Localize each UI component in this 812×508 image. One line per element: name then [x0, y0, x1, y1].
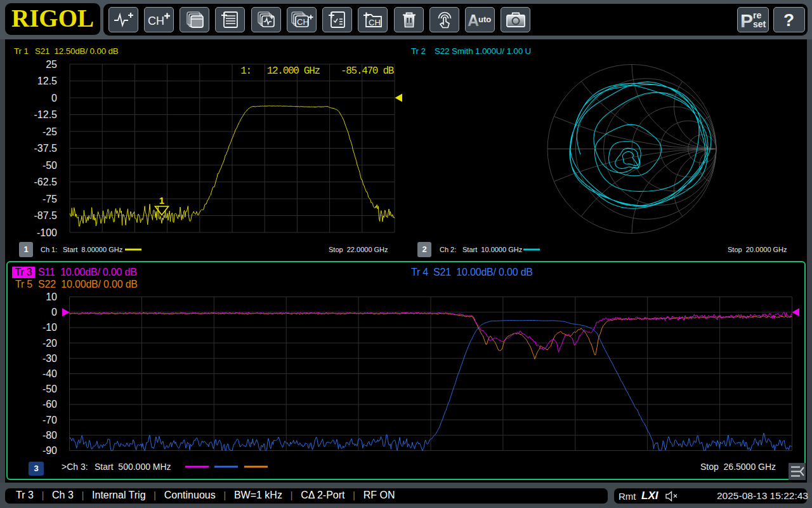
svg-text:A: A: [468, 11, 479, 29]
svg-text:1: 1: [159, 195, 164, 206]
svg-text:uto: uto: [478, 15, 491, 24]
svg-text:10: 10: [46, 291, 57, 302]
svg-text:25: 25: [46, 59, 57, 70]
svg-text:CH: CH: [148, 15, 164, 27]
svg-text:-40: -40: [43, 368, 57, 379]
svg-text:set: set: [753, 19, 766, 29]
svg-text:?: ?: [783, 10, 794, 30]
svg-text:-20: -20: [43, 338, 57, 349]
svg-text:CH: CH: [297, 17, 309, 27]
svg-text:12.5: 12.5: [37, 76, 57, 86]
svg-text:-75: -75: [43, 194, 57, 204]
svg-text:-62.5: -62.5: [34, 177, 58, 187]
svg-text:-100: -100: [37, 227, 57, 238]
svg-text:-10: -10: [43, 322, 57, 333]
svg-text:-60: -60: [43, 399, 57, 410]
svg-text:-90: -90: [43, 445, 57, 456]
svg-text:0: 0: [51, 93, 57, 104]
svg-text:-50: -50: [43, 160, 57, 171]
svg-text:-12.5: -12.5: [34, 109, 58, 120]
svg-text:0: 0: [51, 307, 57, 318]
svg-text:P: P: [740, 10, 753, 30]
svg-text:-87.5: -87.5: [34, 210, 58, 221]
svg-text:-30: -30: [43, 353, 57, 364]
svg-text:-50: -50: [43, 384, 57, 394]
svg-text:-37.5: -37.5: [34, 143, 58, 154]
svg-text:1: 12.000 GHz -85.470 dB: 1: 12.000 GHz -85.470 dB: [240, 65, 393, 77]
svg-text:-25: -25: [43, 126, 57, 137]
svg-text:-70: -70: [43, 415, 57, 425]
svg-text:-80: -80: [43, 430, 57, 441]
svg-text:CH: CH: [369, 18, 381, 27]
